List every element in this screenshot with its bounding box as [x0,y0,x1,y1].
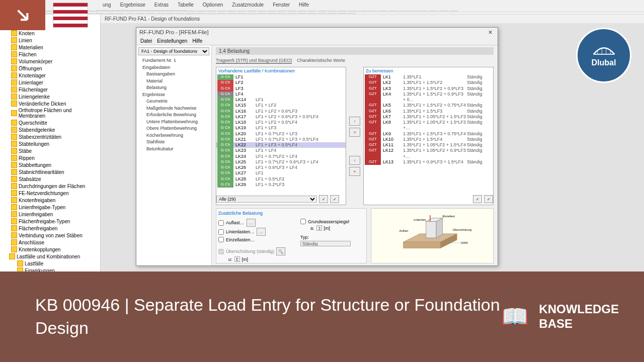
tree-item[interactable]: Knotenfreigaben [0,197,100,204]
list-row[interactable]: G ChLK20LF1 + 0.7*LF2 + LF3 [216,131,346,137]
list-row[interactable]: GZTLK91.35*LF1 + 1.5*LF3 + 0.75*LF4Ständ… [364,131,493,137]
list-row[interactable]: G ChLK22LF1 + LF3 + 0.5*LF4 [216,142,346,148]
list-row[interactable]: GZTLK81.35*LF1 + 1.05*LF2 + 1.5*LF3 +…St… [364,120,493,131]
list-row[interactable]: GZTLK61.35*LF1 + 1.5*LF3Ständig [364,109,493,114]
list-row[interactable]: G ChLK28LF1 + 0.5*LF2 [216,176,346,182]
dlg-menu-item[interactable]: Datei [140,38,152,44]
nav-tree[interactable]: Fundament Nr. 1 Eingabedaten Basisangabe… [138,57,209,152]
tree-item[interactable]: Knotenkopplungen [0,246,100,253]
tree-item[interactable]: Linien [0,37,100,44]
tree-item[interactable]: Lastfälle [0,260,100,267]
tree-item[interactable]: Volumenkörper [0,58,100,65]
tree-item[interactable]: Stabendgelenke [0,126,100,133]
list-row[interactable]: G ChLF3 [216,86,346,92]
tree-item[interactable]: Verbindung von zwei Stäben [0,232,100,239]
tree-item[interactable]: Orthotrope Flächen und Membranen [0,107,100,119]
tree-item[interactable]: Rippen [0,154,100,161]
tree-item[interactable]: Knotenlager [0,72,100,79]
case-dropdown[interactable]: FA1 - Design of foundations [138,47,209,55]
tree-item[interactable]: Flächenlager [0,86,100,93]
tree-item[interactable]: Stabexzentrizitäten [0,133,100,140]
list-row[interactable]: G ChLF2 [216,80,346,85]
tree-item[interactable]: Stabsätze [0,175,100,183]
tree-item[interactable]: Flächenfreigaben [0,225,100,232]
list-row[interactable]: G ChLK23LF1 + LF4 [216,148,346,153]
nav-item[interactable]: Köcherbewehrung [138,132,209,139]
tree-item[interactable]: Veränderliche Dicken [0,100,100,107]
list-row[interactable]: GZTLK41.35*LF1 + 1.5*LF2 + 0.9*LF3 + 0…S… [364,92,493,103]
tree-item[interactable]: Liniengelenke [0,93,100,100]
move-left-button[interactable]: ‹ [349,156,360,165]
chk-grundwasser[interactable] [300,219,306,224]
tree-item[interactable]: Materialien [0,44,100,51]
list-body[interactable]: G ChLF1G ChLF2G ChLF3G ChLF4G ChLK14LF1G… [216,74,346,194]
list-row[interactable]: G ChLK27LF1 [216,170,346,176]
list-row[interactable]: G ChLK17LF1 + LF2 + 0.6*LF3 + 0.5*LF4 [216,114,346,120]
nav-root[interactable]: Fundament Nr. 1 [138,57,209,64]
nav-item[interactable]: Belastung [138,84,209,92]
list-row[interactable]: G ChLK24LF1 + 0.7*LF2 + LF4 [216,154,346,159]
list-row[interactable]: G ChLF4 [216,92,346,97]
edit-button[interactable]: … [257,228,266,236]
list-row[interactable]: G ChLK26LF1 + 0.6*LF3 + LF4 [216,165,346,170]
tree-item[interactable]: Stabteilungen [0,140,100,147]
tab-str-geo[interactable]: Tragwerk (STR) und Baugrund (GEO) [216,58,292,64]
move-all-left-button[interactable]: « [349,167,360,176]
tree-item[interactable]: Linienfreigabe-Typen [0,204,100,211]
list-row[interactable]: GZTLK31.35*LF1 + 1.5*LF2 + 0.9*LF3Ständi… [364,86,493,92]
list-row[interactable]: G ChLK21LF1 + 0.7*LF2 + LF3 + 0.5*LF4 [216,137,346,142]
list-row[interactable]: GZTLK11.35*LF1Ständig [364,74,493,80]
filter-btn[interactable]: ✓ [319,195,328,203]
chk-auflast[interactable] [218,220,224,226]
list-body[interactable]: GZTLK11.35*LF1StändigGZTLK21.35*LF1 + 1.… [364,74,493,194]
project-tree[interactable]: RFEM-File KnotenLinienMaterialienFlächen… [0,15,101,288]
nav-item[interactable]: Obere Plattenbewehrung [138,125,209,132]
tree-item[interactable]: Querschnitte [0,119,100,126]
list-row[interactable]: G ChLK29LF1 + 0.2*LF3 [216,182,346,188]
info-button[interactable]: 🔍 [276,247,285,255]
list-row[interactable]: G ChLK19LF1 + LF3 [216,125,346,131]
dlg-menu-item[interactable]: Hilfe [192,38,202,44]
tab-characteristic[interactable]: Charakteristische Werte [297,58,345,64]
list-row[interactable]: GZTLK21.35*LF1 + 1.5*LF2Ständig [364,80,493,85]
tree-item[interactable]: Anschlüsse [0,239,100,246]
list-row[interactable]: GZTLK101.35*LF1 + 1.5*LF4Ständig [364,137,493,142]
list-row[interactable]: GZTLK51.35*LF1 + 1.5*LF2 + 0.75*LF4Ständ… [364,103,493,108]
tree-item[interactable]: Flächen [0,51,100,58]
us-input[interactable] [234,256,240,262]
nav-item[interactable]: Stahlliste [138,139,209,146]
nav-item[interactable]: Maßgebende Nachweise [138,105,209,112]
list-row[interactable]: G ChLK15LF1 + LF2 [216,103,346,108]
chk-einzellasten[interactable] [218,237,224,242]
filter-dropdown[interactable]: Alle (29) [216,196,317,203]
list-btn[interactable]: ✓ [473,195,482,203]
nav-item[interactable]: Material [138,78,209,85]
tree-item[interactable]: Linienfreigaben [0,211,100,218]
list-row[interactable]: G ChLF1 [216,74,346,80]
tree-item[interactable]: Knoten [0,30,100,37]
chk-linienlasten[interactable] [218,229,224,235]
nav-group[interactable]: Eingabedaten [138,64,209,71]
list-row[interactable]: GZTLK131.35*LF1 + 0.9*LF3 + 1.5*LF4Ständ… [364,159,493,165]
list-btn[interactable]: ✓ [484,195,493,203]
nav-item[interactable]: Basisangaben [138,71,209,78]
nav-item[interactable]: Erforderliche Bewehrung [138,112,209,119]
list-row[interactable]: GZTLK121.35*LF1 + 1.05*LF2 + 0.9*LF3 +…S… [364,148,493,159]
list-row[interactable]: G ChLK14LF1 [216,97,346,103]
list-row[interactable]: GZTLK71.35*LF1 + 1.05*LF2 + 1.5*LF3Ständ… [364,114,493,120]
list-row[interactable]: GZTLK111.35*LF1 + 1.05*LF2 + 1.5*LF4Stän… [364,142,493,148]
tree-item[interactable]: Stabbettungen [0,161,100,168]
filter-btn[interactable]: ✓ [330,195,339,203]
nav-item[interactable]: Geometrie [138,98,209,105]
edit-button[interactable]: … [247,219,256,227]
list-row[interactable]: G ChLK16LF1 + LF2 + 0.6*LF3 [216,109,346,114]
nav-group[interactable]: Ergebnisse [138,92,209,99]
tree-item[interactable]: Flächenfreigabe-Typen [0,218,100,225]
tree-item[interactable]: Öffnungen [0,65,100,72]
list-row[interactable]: G ChLK18LF1 + LF2 + 0.5*LF4 [216,120,346,125]
tree-item[interactable]: FE-Netzverdichtungen [0,190,100,197]
move-all-right-button[interactable]: » [349,128,360,137]
dlg-menu-item[interactable]: Einstellungen [157,38,187,44]
tree-item[interactable]: Stäbe [0,147,100,154]
tree-item[interactable]: Durchdringungen der Flächen [0,183,100,190]
